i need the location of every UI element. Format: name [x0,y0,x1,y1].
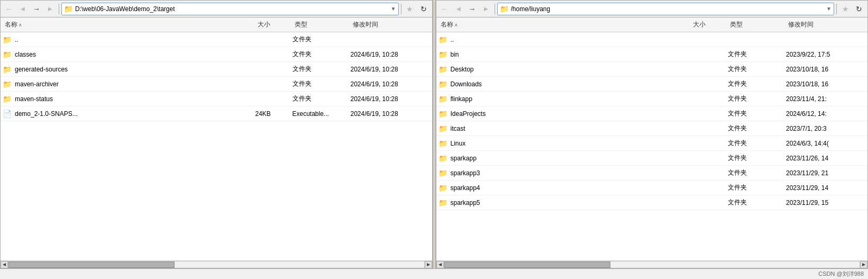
folder-icon: 📁 [3,80,12,88]
folder-icon: 📁 [438,65,447,74]
file-modified: 2023/9/22, 17:5 [786,51,865,58]
file-type: 文件夹 [728,94,786,103]
file-name: itcast [451,125,465,132]
left-address-dropdown[interactable]: ▼ [391,6,396,12]
left-pane: ← ◀ → ▶ 📁 D:\web\06-JavaWeb\demo_2\targe… [0,0,433,268]
folder-icon: 📁 [438,184,447,192]
table-row[interactable]: 📁sparkapp文件夹2023/11/26, 14 [436,151,868,166]
left-col-type[interactable]: 类型 [293,19,351,30]
file-name: Linux [451,140,466,147]
left-bookmark-button[interactable]: ★ [404,3,416,15]
folder-icon: 📁 [438,124,447,133]
left-forward-button[interactable]: → [30,3,43,15]
file-type: 文件夹 [728,154,786,163]
folder-icon: 📁 [438,154,447,163]
table-row[interactable]: 📁bin文件夹2023/9/22, 17:5 [436,47,868,62]
left-hscroll[interactable]: ◀ ▶ [1,260,432,268]
file-type: 文件夹 [728,183,786,192]
left-col-size[interactable]: 大小 [255,19,293,30]
table-row[interactable]: 📁Linux文件夹2024/6/3, 14:4( [436,136,868,151]
table-row[interactable]: 📁sparkapp5文件夹2023/11/29, 15 [436,195,868,210]
right-sort-arrow: ∧ [454,22,458,28]
left-back-alt-button[interactable]: ◀ [16,3,29,15]
left-hscroll-left[interactable]: ◀ [1,261,8,268]
right-toolbar-sep2 [836,4,837,14]
table-row[interactable]: 📁maven-status文件夹2024/6/19, 10:28 [1,92,432,106]
right-address-dropdown[interactable]: ▼ [826,6,832,12]
left-address-bar[interactable]: 📁 D:\web\06-JavaWeb\demo_2\target ▼ [61,3,399,15]
right-forward-alt-button[interactable]: ▶ [480,3,492,15]
file-name: sparkapp4 [451,184,480,192]
file-type: 文件夹 [728,50,786,59]
right-col-modified[interactable]: 修改时间 [786,19,865,30]
folder-icon: 📁 [3,35,12,44]
left-back-button[interactable]: ← [3,3,15,15]
right-hscroll-thumb[interactable] [444,262,610,268]
file-name: Desktop [451,66,474,73]
file-name: .. [451,36,454,43]
file-modified: 2023/11/4, 21: [786,95,865,103]
right-col-type[interactable]: 类型 [728,19,786,30]
right-address-bar[interactable]: 📁 /home/liuyang ▼ [497,3,835,15]
left-forward-alt-button[interactable]: ▶ [44,3,57,15]
right-bookmark-button[interactable]: ★ [839,3,852,15]
file-name: generated-sources [15,66,68,73]
folder-icon: 📁 [3,65,12,74]
left-file-list[interactable]: 📁..文件夹📁classes文件夹2024/6/19, 10:28📁genera… [1,32,432,260]
left-hscroll-track[interactable] [8,261,425,268]
file-icon: 📄 [3,110,12,118]
right-hscroll-right[interactable]: ▶ [860,261,867,268]
right-forward-button[interactable]: → [466,3,479,15]
file-name: maven-status [15,95,53,103]
left-col-modified[interactable]: 修改时间 [351,19,430,30]
right-hscroll[interactable]: ◀ ▶ [436,260,868,268]
left-hscroll-thumb[interactable] [8,262,175,268]
left-hscroll-right[interactable]: ▶ [425,261,432,268]
table-row[interactable]: 📁generated-sources文件夹2024/6/19, 10:28 [1,62,432,77]
table-row[interactable]: 📁classes文件夹2024/6/19, 10:28 [1,47,432,62]
file-name: maven-archiver [15,80,59,88]
right-hscroll-track[interactable] [444,261,861,268]
left-sort-arrow: ∧ [19,22,22,28]
file-name: sparkapp3 [451,169,480,177]
file-modified: 2023/7/1, 20:3 [786,125,865,132]
file-modified: 2023/10/18, 16 [786,80,865,88]
right-back-alt-button[interactable]: ◀ [452,3,465,15]
table-row[interactable]: 📁itcast文件夹2023/7/1, 20:3 [436,121,868,136]
table-row[interactable]: 📁flinkapp文件夹2023/11/4, 21: [436,92,868,106]
table-row[interactable]: 📁..文件夹 [1,32,432,47]
right-col-name[interactable]: 名称 ∧ [438,19,691,30]
folder-icon: 📁 [438,199,447,207]
table-row[interactable]: 📁sparkapp3文件夹2023/11/29, 21 [436,166,868,181]
right-refresh-button[interactable]: ↻ [853,3,865,15]
file-modified: 2023/11/29, 15 [786,199,865,206]
right-hscroll-left[interactable]: ◀ [436,261,444,268]
file-type: 文件夹 [293,94,351,103]
file-type: 文件夹 [728,109,786,118]
table-row[interactable]: 📁IdeaProjects文件夹2024/6/12, 14: [436,106,868,121]
file-type: 文件夹 [728,168,786,177]
table-row[interactable]: 📁maven-archiver文件夹2024/6/19, 10:28 [1,77,432,92]
table-row[interactable]: 📁sparkapp4文件夹2023/11/29, 14 [436,181,868,195]
table-row[interactable]: 📁Downloads文件夹2023/10/18, 16 [436,77,868,92]
left-refresh-button[interactable]: ↻ [417,3,430,15]
file-name: sparkapp [451,155,477,162]
right-back-button[interactable]: ← [438,3,451,15]
file-name: demo_2-1.0-SNAPS... [15,110,78,118]
file-name: IdeaProjects [451,110,486,118]
folder-icon: 📁 [438,50,447,59]
file-type: 文件夹 [728,79,786,88]
table-row[interactable]: 📄demo_2-1.0-SNAPS...24KBExecutable...202… [1,106,432,121]
left-col-header: 名称 ∧ 大小 类型 修改时间 [1,17,432,32]
right-file-list[interactable]: 📁..📁bin文件夹2023/9/22, 17:5📁Desktop文件夹2023… [436,32,868,260]
file-modified: 2024/6/19, 10:28 [351,110,430,118]
right-col-size[interactable]: 大小 [691,19,728,30]
file-type: 文件夹 [728,139,786,148]
table-row[interactable]: 📁.. [436,32,868,47]
table-row[interactable]: 📁Desktop文件夹2023/10/18, 16 [436,62,868,77]
file-modified: 2024/6/19, 10:28 [351,66,430,73]
folder-icon: 📁 [438,95,447,103]
left-toolbar-sep2 [401,4,401,14]
left-col-name[interactable]: 名称 ∧ [3,19,255,30]
file-modified: 2023/11/26, 14 [786,155,865,162]
